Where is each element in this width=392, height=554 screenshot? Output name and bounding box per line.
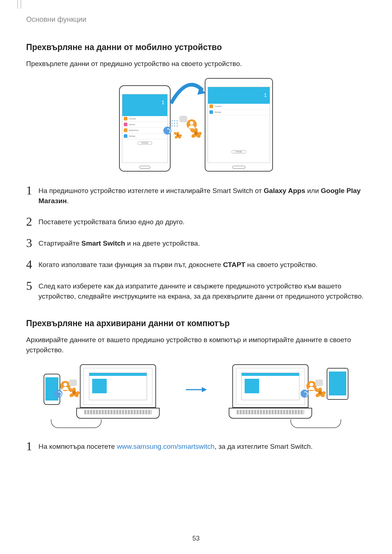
step-3: 3 Стартирайте Smart Switch и на двете ус… [26, 237, 366, 249]
cancel-button: CANCEL [232, 150, 246, 153]
step-number: 1 [26, 185, 38, 197]
gallery-icon [191, 128, 201, 138]
data-icons-cluster [303, 382, 335, 404]
laptop-restore [229, 364, 312, 419]
gallery-icon [315, 387, 325, 398]
step-number: 5 [26, 280, 38, 292]
gallery-icon [69, 387, 79, 398]
step-2: 2 Поставете устройствата близо едно до д… [26, 216, 366, 228]
svg-marker-2 [202, 387, 207, 392]
step-number: 1 [26, 440, 38, 452]
usb-cable-icon [290, 419, 341, 428]
step-number: 3 [26, 237, 38, 249]
section2-intro: Архивирайте данните от вашето предишно у… [26, 335, 366, 356]
cancel-button: CANCEL [138, 141, 152, 145]
section1-intro: Прехвърлете данни от предишно устройство… [26, 59, 366, 69]
message-icon [315, 379, 323, 386]
page-number: 53 [0, 535, 392, 542]
gallery-icon [174, 132, 181, 139]
step-4: 4 Когато използвате тази функция за първ… [26, 259, 366, 271]
data-icons-cluster [57, 382, 89, 404]
progress-percent: 1 [162, 99, 164, 105]
step-number: 2 [26, 216, 38, 228]
right-arrow-icon [185, 386, 207, 393]
smartswitch-badge-icon [301, 390, 309, 398]
phone-source: 1 Contacts Internet Applications Setting… [119, 85, 171, 172]
smartswitch-badge-icon [163, 127, 171, 135]
usb-cable-icon [51, 419, 102, 428]
message-icon [69, 379, 77, 386]
transfer-arrow-icon [169, 82, 205, 107]
tablet-target: 1 Contacts Settings CANCEL [205, 78, 273, 172]
transfer-mobile-illustration: 1 Contacts Internet Applications Setting… [26, 78, 366, 172]
step-number: 4 [26, 259, 38, 271]
smartswitch-badge-icon [54, 390, 62, 398]
transfer-pc-illustration [44, 364, 348, 426]
message-icon [179, 116, 187, 122]
step-5: 5 След като изберете как да изпратите да… [26, 280, 366, 302]
progress-percent: 1 [264, 92, 267, 98]
smartswitch-link[interactable]: www.samsung.com/smartswitch [117, 443, 215, 450]
section1-title: Прехвърляне на данни от мобилно устройст… [26, 42, 366, 52]
breadcrumb: Основни функции [26, 15, 366, 24]
section2-title: Прехвърляне на архивирани данни от компю… [26, 319, 366, 328]
apps-grid-icon [171, 120, 178, 127]
step-1: 1 На предишното устройство изтеглете и и… [26, 185, 366, 206]
section2-step-1: 1 На компютъра посетете www.samsung.com/… [26, 440, 366, 452]
